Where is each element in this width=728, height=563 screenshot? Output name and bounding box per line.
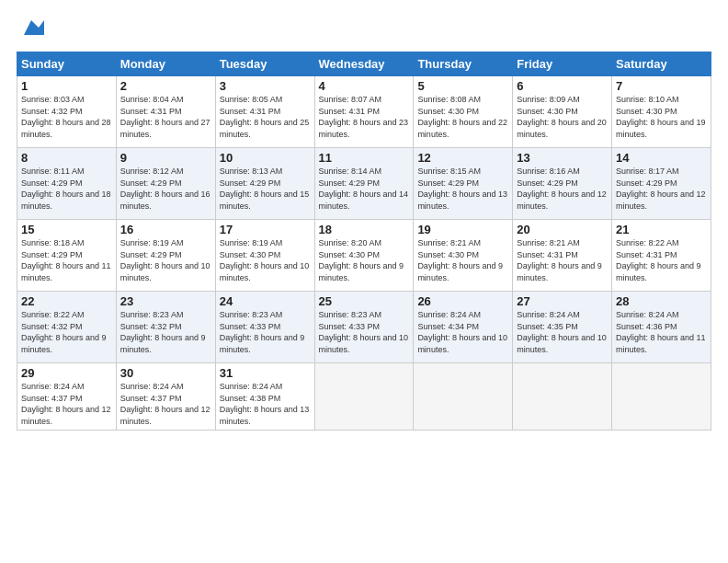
day-number: 24 bbox=[220, 294, 311, 308]
calendar-cell: 18Sunrise: 8:20 AMSunset: 4:30 PMDayligh… bbox=[314, 220, 414, 292]
day-info: Sunrise: 8:04 AMSunset: 4:31 PMDaylight:… bbox=[120, 94, 211, 140]
day-info: Sunrise: 8:11 AMSunset: 4:29 PMDaylight:… bbox=[21, 166, 112, 212]
calendar-cell: 23Sunrise: 8:23 AMSunset: 4:32 PMDayligh… bbox=[116, 292, 215, 363]
calendar-cell: 16Sunrise: 8:19 AMSunset: 4:29 PMDayligh… bbox=[116, 220, 215, 292]
calendar-cell: 12Sunrise: 8:15 AMSunset: 4:29 PMDayligh… bbox=[414, 148, 513, 220]
day-info: Sunrise: 8:18 AMSunset: 4:29 PMDaylight:… bbox=[21, 237, 112, 283]
day-number: 13 bbox=[517, 151, 608, 165]
day-number: 3 bbox=[220, 79, 311, 93]
calendar-cell: 1Sunrise: 8:03 AMSunset: 4:32 PMDaylight… bbox=[17, 76, 117, 148]
day-number: 10 bbox=[220, 151, 311, 165]
day-info: Sunrise: 8:24 AMSunset: 4:36 PMDaylight:… bbox=[616, 309, 707, 355]
day-info: Sunrise: 8:19 AMSunset: 4:30 PMDaylight:… bbox=[220, 237, 311, 283]
weekday-header-wednesday: Wednesday bbox=[314, 52, 414, 76]
day-number: 9 bbox=[120, 151, 211, 165]
calendar-cell: 7Sunrise: 8:10 AMSunset: 4:30 PMDaylight… bbox=[612, 76, 711, 148]
day-info: Sunrise: 8:03 AMSunset: 4:32 PMDaylight:… bbox=[21, 94, 112, 140]
weekday-header-monday: Monday bbox=[116, 52, 215, 76]
calendar-cell: 14Sunrise: 8:17 AMSunset: 4:29 PMDayligh… bbox=[612, 148, 711, 220]
week-row-2: 8Sunrise: 8:11 AMSunset: 4:29 PMDaylight… bbox=[17, 148, 711, 220]
day-info: Sunrise: 8:15 AMSunset: 4:29 PMDaylight:… bbox=[417, 166, 508, 212]
day-info: Sunrise: 8:24 AMSunset: 4:35 PMDaylight:… bbox=[517, 309, 608, 355]
day-number: 30 bbox=[120, 366, 211, 380]
calendar-table: SundayMondayTuesdayWednesdayThursdayFrid… bbox=[17, 52, 711, 431]
day-info: Sunrise: 8:23 AMSunset: 4:32 PMDaylight:… bbox=[120, 309, 211, 355]
day-info: Sunrise: 8:23 AMSunset: 4:33 PMDaylight:… bbox=[319, 309, 410, 355]
calendar-cell: 5Sunrise: 8:08 AMSunset: 4:30 PMDaylight… bbox=[414, 76, 513, 148]
calendar-cell: 28Sunrise: 8:24 AMSunset: 4:36 PMDayligh… bbox=[612, 292, 711, 363]
day-number: 7 bbox=[616, 79, 707, 93]
calendar-cell: 25Sunrise: 8:23 AMSunset: 4:33 PMDayligh… bbox=[314, 292, 414, 363]
calendar-cell: 26Sunrise: 8:24 AMSunset: 4:34 PMDayligh… bbox=[414, 292, 513, 363]
day-number: 28 bbox=[616, 294, 707, 308]
day-number: 25 bbox=[319, 294, 410, 308]
day-number: 12 bbox=[417, 151, 508, 165]
calendar-cell: 29Sunrise: 8:24 AMSunset: 4:37 PMDayligh… bbox=[17, 363, 117, 431]
week-row-5: 29Sunrise: 8:24 AMSunset: 4:37 PMDayligh… bbox=[17, 363, 711, 431]
day-number: 26 bbox=[417, 294, 508, 308]
calendar-cell bbox=[414, 363, 513, 431]
day-info: Sunrise: 8:09 AMSunset: 4:30 PMDaylight:… bbox=[517, 94, 608, 140]
day-info: Sunrise: 8:17 AMSunset: 4:29 PMDaylight:… bbox=[616, 166, 707, 212]
day-info: Sunrise: 8:24 AMSunset: 4:37 PMDaylight:… bbox=[120, 381, 211, 427]
day-info: Sunrise: 8:21 AMSunset: 4:31 PMDaylight:… bbox=[517, 237, 608, 283]
weekday-header-sunday: Sunday bbox=[17, 52, 117, 76]
calendar-cell: 17Sunrise: 8:19 AMSunset: 4:30 PMDayligh… bbox=[215, 220, 314, 292]
calendar-cell: 11Sunrise: 8:14 AMSunset: 4:29 PMDayligh… bbox=[314, 148, 414, 220]
calendar-cell bbox=[314, 363, 414, 431]
calendar-cell: 20Sunrise: 8:21 AMSunset: 4:31 PMDayligh… bbox=[513, 220, 612, 292]
day-number: 20 bbox=[517, 223, 608, 236]
week-row-1: 1Sunrise: 8:03 AMSunset: 4:32 PMDaylight… bbox=[17, 76, 711, 148]
day-info: Sunrise: 8:12 AMSunset: 4:29 PMDaylight:… bbox=[120, 166, 211, 212]
day-info: Sunrise: 8:21 AMSunset: 4:30 PMDaylight:… bbox=[417, 237, 508, 283]
logo-icon bbox=[18, 15, 44, 40]
day-number: 5 bbox=[417, 79, 508, 93]
calendar-cell: 13Sunrise: 8:16 AMSunset: 4:29 PMDayligh… bbox=[513, 148, 612, 220]
day-number: 19 bbox=[417, 223, 508, 236]
calendar-cell bbox=[612, 363, 711, 431]
day-number: 14 bbox=[616, 151, 707, 165]
calendar-cell: 4Sunrise: 8:07 AMSunset: 4:31 PMDaylight… bbox=[314, 76, 414, 148]
day-number: 17 bbox=[220, 223, 311, 236]
day-info: Sunrise: 8:22 AMSunset: 4:31 PMDaylight:… bbox=[616, 237, 707, 283]
day-number: 22 bbox=[21, 294, 112, 308]
day-info: Sunrise: 8:16 AMSunset: 4:29 PMDaylight:… bbox=[517, 166, 608, 212]
calendar-cell: 31Sunrise: 8:24 AMSunset: 4:38 PMDayligh… bbox=[215, 363, 314, 431]
page: SundayMondayTuesdayWednesdayThursdayFrid… bbox=[0, 0, 728, 440]
weekday-header-row: SundayMondayTuesdayWednesdayThursdayFrid… bbox=[17, 52, 711, 76]
calendar-cell: 10Sunrise: 8:13 AMSunset: 4:29 PMDayligh… bbox=[215, 148, 314, 220]
day-info: Sunrise: 8:20 AMSunset: 4:30 PMDaylight:… bbox=[319, 237, 410, 283]
day-info: Sunrise: 8:05 AMSunset: 4:31 PMDaylight:… bbox=[220, 94, 311, 140]
day-info: Sunrise: 8:10 AMSunset: 4:30 PMDaylight:… bbox=[616, 94, 707, 140]
weekday-header-thursday: Thursday bbox=[414, 52, 513, 76]
weekday-header-tuesday: Tuesday bbox=[215, 52, 314, 76]
svg-marker-0 bbox=[24, 20, 44, 35]
day-number: 21 bbox=[616, 223, 707, 236]
day-number: 29 bbox=[21, 366, 112, 380]
day-number: 6 bbox=[517, 79, 608, 93]
calendar-cell: 2Sunrise: 8:04 AMSunset: 4:31 PMDaylight… bbox=[116, 76, 215, 148]
week-row-3: 15Sunrise: 8:18 AMSunset: 4:29 PMDayligh… bbox=[17, 220, 711, 292]
calendar-cell: 22Sunrise: 8:22 AMSunset: 4:32 PMDayligh… bbox=[17, 292, 117, 363]
calendar-cell: 3Sunrise: 8:05 AMSunset: 4:31 PMDaylight… bbox=[215, 76, 314, 148]
day-number: 16 bbox=[120, 223, 211, 236]
header bbox=[17, 15, 711, 42]
calendar-cell: 30Sunrise: 8:24 AMSunset: 4:37 PMDayligh… bbox=[116, 363, 215, 431]
day-number: 1 bbox=[21, 79, 112, 93]
day-info: Sunrise: 8:14 AMSunset: 4:29 PMDaylight:… bbox=[319, 166, 410, 212]
logo bbox=[17, 15, 44, 42]
day-info: Sunrise: 8:08 AMSunset: 4:30 PMDaylight:… bbox=[417, 94, 508, 140]
calendar-cell: 9Sunrise: 8:12 AMSunset: 4:29 PMDaylight… bbox=[116, 148, 215, 220]
calendar-cell: 6Sunrise: 8:09 AMSunset: 4:30 PMDaylight… bbox=[513, 76, 612, 148]
day-info: Sunrise: 8:24 AMSunset: 4:34 PMDaylight:… bbox=[417, 309, 508, 355]
calendar-cell: 27Sunrise: 8:24 AMSunset: 4:35 PMDayligh… bbox=[513, 292, 612, 363]
weekday-header-friday: Friday bbox=[513, 52, 612, 76]
day-info: Sunrise: 8:19 AMSunset: 4:29 PMDaylight:… bbox=[120, 237, 211, 283]
weekday-header-saturday: Saturday bbox=[612, 52, 711, 76]
day-info: Sunrise: 8:13 AMSunset: 4:29 PMDaylight:… bbox=[220, 166, 311, 212]
day-info: Sunrise: 8:07 AMSunset: 4:31 PMDaylight:… bbox=[319, 94, 410, 140]
calendar-cell: 8Sunrise: 8:11 AMSunset: 4:29 PMDaylight… bbox=[17, 148, 117, 220]
week-row-4: 22Sunrise: 8:22 AMSunset: 4:32 PMDayligh… bbox=[17, 292, 711, 363]
day-info: Sunrise: 8:24 AMSunset: 4:38 PMDaylight:… bbox=[220, 381, 311, 427]
day-number: 11 bbox=[319, 151, 410, 165]
